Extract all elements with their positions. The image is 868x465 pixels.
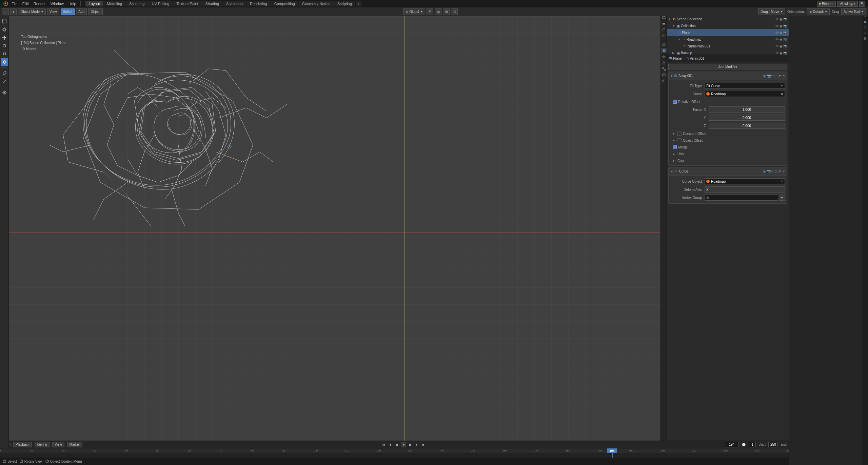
end-frame-display[interactable]: 250 xyxy=(768,442,778,447)
annotate-tool[interactable] xyxy=(1,69,8,77)
view-menu-tl[interactable]: View xyxy=(52,442,64,447)
prop-icon-physics[interactable] xyxy=(661,60,667,65)
playback-menu[interactable]: Playback xyxy=(13,442,32,447)
curve-mod-render-icon[interactable]: 📷 xyxy=(767,169,771,173)
drag-action[interactable]: Drag : Move ▼ xyxy=(758,8,785,15)
mod-edit-icon[interactable]: ✏ xyxy=(771,74,774,78)
jump-start-btn[interactable]: ⏮ xyxy=(381,442,386,447)
active-tool-selector[interactable]: Active Tool ▼ xyxy=(841,8,866,15)
uvs-toggle[interactable]: ▶ UVs xyxy=(671,150,785,157)
start-frame-display[interactable]: 1 xyxy=(749,442,756,447)
prop-icon-world[interactable] xyxy=(661,33,667,39)
relative-offset-checkbox[interactable]: ✓ xyxy=(673,100,677,104)
stop-btn[interactable]: ■ xyxy=(401,442,406,447)
menu-edit[interactable]: Edit xyxy=(20,1,31,6)
select-menu[interactable]: Select xyxy=(61,8,75,15)
object-offset-toggle[interactable]: ▶ Object Offset xyxy=(671,137,785,144)
tree-item-collection[interactable]: ▼ ▣ Collection 👁 ◉ 📷 xyxy=(667,22,789,29)
sequencer-icon-strip[interactable]: ▦ xyxy=(863,36,867,41)
tab-animation[interactable]: Animation xyxy=(223,1,246,6)
marker-menu[interactable]: Marker xyxy=(67,442,82,447)
orientation-selector[interactable]: ⊕ Default ▼ xyxy=(807,8,830,15)
snap-to-global[interactable]: ⊕ Global ▼ xyxy=(403,8,425,15)
curve-picker[interactable]: Roadmap ✕ xyxy=(705,91,785,97)
tab-shading[interactable]: Shading xyxy=(202,1,222,6)
tab-texture-paint[interactable]: Texture Paint xyxy=(173,1,201,6)
properties-icon-strip[interactable]: ⚙ xyxy=(863,20,867,24)
constant-offset-checkbox[interactable] xyxy=(677,132,682,136)
add-menu[interactable]: Add xyxy=(76,8,87,15)
mod-cage-icon[interactable]: ◻ xyxy=(775,74,777,78)
menu-render[interactable]: Render xyxy=(32,1,48,6)
proportional-btn[interactable]: ◎ xyxy=(435,8,441,15)
factor-y-input[interactable] xyxy=(709,115,785,121)
curve-mod-edit-icon[interactable]: ✏ xyxy=(771,169,774,173)
merge-toggle[interactable]: ✓ Merge xyxy=(671,144,785,150)
menu-file[interactable]: File xyxy=(9,1,20,6)
tab-geometry-nodes[interactable]: Geometry Nodes xyxy=(299,1,334,6)
tab-scripting[interactable]: Scripting xyxy=(334,1,355,6)
prop-icon-data[interactable] xyxy=(661,72,667,78)
object-offset-checkbox[interactable] xyxy=(677,138,682,142)
prop-icon-particles[interactable] xyxy=(661,54,667,59)
cursor-tool[interactable] xyxy=(1,26,8,33)
factor-x-input[interactable] xyxy=(709,106,785,113)
object-menu[interactable]: Object xyxy=(88,8,103,15)
tab-modeling[interactable]: Modeling xyxy=(104,1,126,6)
timeline-track[interactable]: 0102030405060708090100110120130140150160… xyxy=(0,448,789,458)
relative-offset-toggle[interactable]: ✓ Relative Offset xyxy=(671,98,785,105)
tree-item-nurbspath[interactable]: 〜 NurbsPath.001 👁 ◉ 📷 xyxy=(667,43,789,49)
curve-mod-realtime-icon[interactable]: ◉ xyxy=(763,169,766,173)
mod-realtime-icon[interactable]: ◉ xyxy=(763,74,766,78)
constant-offset-toggle[interactable]: ▶ Constant Offset xyxy=(671,130,785,137)
prop-icon-material[interactable] xyxy=(661,78,667,84)
mode-selector[interactable]: Object Mode ▼ xyxy=(18,8,46,15)
tree-item-plane[interactable]: ▢ Plane 👁 ◉ 📷 xyxy=(667,29,789,36)
add-object-tool[interactable] xyxy=(1,89,8,96)
transform-btn[interactable]: ⊞ xyxy=(443,8,450,15)
menu-help[interactable]: Help xyxy=(66,1,78,6)
node-editor-icon-strip[interactable]: ⊞ xyxy=(863,31,867,35)
factor-z-input[interactable] xyxy=(709,123,785,129)
jump-end-btn[interactable]: ⏭ xyxy=(421,442,426,447)
curve-mod-close-icon[interactable]: ✕ xyxy=(782,169,785,173)
transform-tool[interactable] xyxy=(1,58,8,66)
editor-type-btn[interactable]: ◫ xyxy=(2,8,9,15)
rotate-tool[interactable] xyxy=(1,42,8,49)
curve-obj-picker[interactable]: Roadmap ✕ xyxy=(705,178,785,184)
curve-clear-icon[interactable]: ✕ xyxy=(781,92,783,96)
prop-icon-modifier[interactable] xyxy=(661,48,667,53)
tab-sculpting[interactable]: Sculpting xyxy=(126,1,148,6)
curve-mod-down-icon[interactable]: ▼ xyxy=(778,169,782,173)
deform-axis-value[interactable]: X xyxy=(705,186,785,193)
scene-selector[interactable]: ■ Blender xyxy=(817,1,836,7)
tree-item-roadmap[interactable]: ▼ 〜 Roadmap 👁 ◉ 📷 xyxy=(667,36,789,43)
tab-rendering[interactable]: Rendering xyxy=(246,1,271,6)
caps-toggle[interactable]: ▶ Caps xyxy=(671,157,785,164)
prop-icon-constraints[interactable] xyxy=(661,66,667,72)
search-btn[interactable]: 🔍 xyxy=(859,1,865,7)
menu-window[interactable]: Window xyxy=(48,1,66,6)
add-workspace-btn[interactable]: + xyxy=(356,1,362,6)
prop-icon-scene[interactable] xyxy=(661,27,667,33)
move-tool[interactable] xyxy=(1,34,8,41)
timeline-icon-strip[interactable]: ⏱ xyxy=(863,25,867,30)
mod-close-icon[interactable]: ✕ xyxy=(782,74,785,78)
tab-layout[interactable]: Layout xyxy=(85,1,103,6)
scale-tool[interactable] xyxy=(1,50,8,58)
array-collapse-icon[interactable]: ▶ xyxy=(671,74,673,77)
mod-render-icon[interactable]: 📷 xyxy=(767,74,771,78)
curve-obj-clear-icon[interactable]: ✕ xyxy=(781,180,783,183)
step-back-btn[interactable]: ⏴ xyxy=(388,442,392,447)
overlay-btn[interactable]: ⊡ xyxy=(451,8,458,15)
tab-uv-editing[interactable]: UV Editing xyxy=(148,1,173,6)
viewlayer-selector[interactable]: ViewLayer xyxy=(837,1,858,7)
snap-btn[interactable]: ⚲ xyxy=(427,8,433,15)
keying-menu[interactable]: Keying xyxy=(35,442,50,447)
measure-tool[interactable] xyxy=(1,78,8,85)
add-modifier-btn[interactable]: Add Modifier xyxy=(668,64,787,70)
prop-icon-object[interactable] xyxy=(661,42,667,47)
tree-item-scene-collection[interactable]: ▼ ⚙ Scene Collection 👁 ◉ 📷 xyxy=(667,16,789,22)
current-frame-display[interactable]: 194 xyxy=(725,442,738,447)
curve-collapse-icon[interactable]: ▶ xyxy=(671,170,673,173)
